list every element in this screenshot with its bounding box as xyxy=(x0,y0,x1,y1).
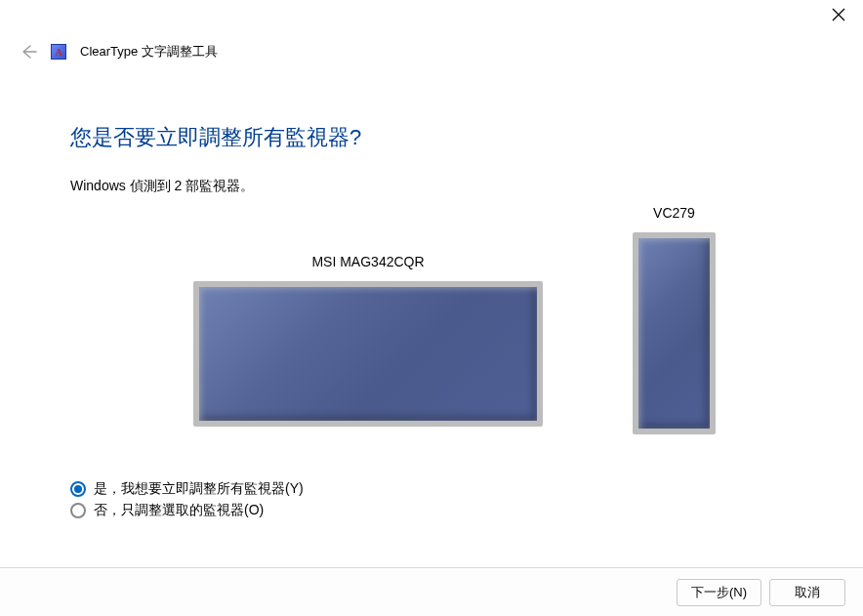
cancel-button[interactable]: 取消 xyxy=(769,579,845,606)
app-icon: A xyxy=(51,44,66,60)
radio-tune-all[interactable]: 是，我想要立即調整所有監視器(Y) xyxy=(70,480,793,498)
radio-icon xyxy=(70,481,86,497)
monitor-1-label: MSI MAG342CQR xyxy=(193,254,543,269)
monitor-2-screen-icon xyxy=(633,232,716,434)
monitor-1[interactable]: MSI MAG342CQR xyxy=(193,254,543,427)
app-title: ClearType 文字調整工具 xyxy=(80,43,218,61)
radio-tune-selected-label: 否，只調整選取的監視器(O) xyxy=(94,502,264,519)
radio-tune-all-label: 是，我想要立即調整所有監視器(Y) xyxy=(94,480,304,498)
monitor-2-label: VC279 xyxy=(633,205,716,221)
footer: 下一步(N) 取消 xyxy=(0,567,863,616)
monitor-1-screen-icon xyxy=(193,281,543,427)
radio-icon xyxy=(70,503,86,518)
close-button[interactable] xyxy=(832,8,845,21)
next-button[interactable]: 下一步(N) xyxy=(677,579,761,606)
monitor-2[interactable]: VC279 xyxy=(633,205,716,434)
page-heading: 您是否要立即調整所有監視器? xyxy=(70,123,793,152)
content: 您是否要立即調整所有監視器? Windows 偵測到 2 部監視器。 MSI M… xyxy=(0,68,863,519)
options-group: 是，我想要立即調整所有監視器(Y) 否，只調整選取的監視器(O) xyxy=(70,480,793,519)
back-button[interactable] xyxy=(20,43,37,61)
monitors-area: MSI MAG342CQR VC279 xyxy=(70,205,793,478)
titlebar xyxy=(0,0,863,35)
radio-tune-selected[interactable]: 否，只調整選取的監視器(O) xyxy=(70,502,793,519)
detected-text: Windows 偵測到 2 部監視器。 xyxy=(70,178,793,195)
header: A ClearType 文字調整工具 xyxy=(0,35,863,68)
